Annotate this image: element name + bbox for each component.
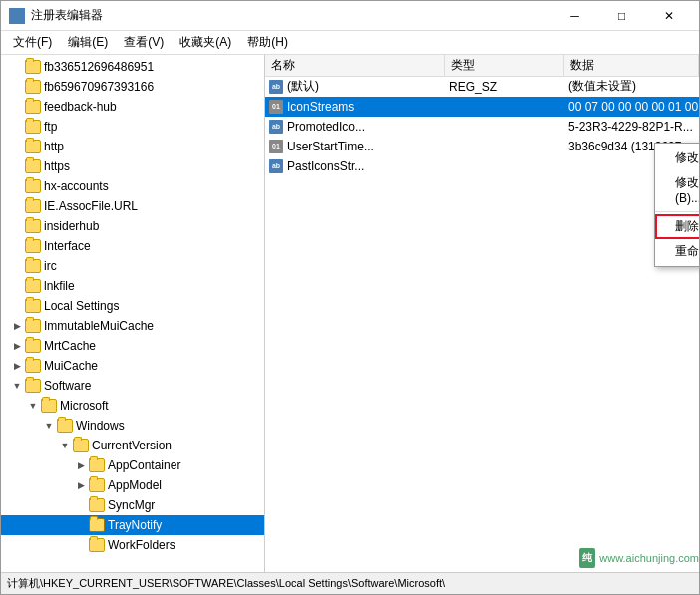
list-row-iconstreams[interactable]: 01 IconStreams 00 07 00 00 00 00 01 00 [265, 97, 699, 117]
reg-binary-icon: 01 [269, 100, 283, 114]
expander-fb659 [9, 79, 25, 95]
status-bar: 计算机\HKEY_CURRENT_USER\SOFTWARE\Classes\L… [1, 572, 699, 594]
tree-item-irc[interactable]: irc [1, 256, 264, 276]
folder-icon-insiderhub [25, 219, 41, 233]
tree-item-immutable[interactable]: ▶ ImmutableMuiCache [1, 316, 264, 336]
reg-ab-icon: ab [269, 80, 283, 94]
folder-icon-microsoft [41, 399, 57, 413]
tree-item-software[interactable]: ▼ Software [1, 376, 264, 396]
folder-icon-immutable [25, 319, 41, 333]
expander-fb336 [9, 59, 25, 75]
ctx-item-modify[interactable]: 修改(M)... [655, 146, 699, 170]
header-name[interactable]: 名称 [265, 55, 445, 76]
watermark: 纯 www.aichunjing.com [579, 544, 699, 572]
folder-icon-mrt [25, 339, 41, 353]
close-button[interactable]: ✕ [646, 2, 691, 30]
menu-help[interactable]: 帮助(H) [239, 32, 296, 53]
svg-rect-0 [11, 10, 16, 15]
tree-item-appcontainer[interactable]: ▶ AppContainer [1, 455, 264, 475]
minimize-button[interactable]: ─ [552, 2, 597, 30]
cell-type-promotedicons [445, 117, 564, 136]
folder-icon-ieassoc [25, 199, 41, 213]
expander-windows[interactable]: ▼ [41, 418, 57, 434]
list-body[interactable]: ab (默认) REG_SZ (数值未设置) 01 IconStreams 00… [265, 77, 699, 572]
svg-rect-1 [18, 10, 23, 15]
tree-item-ftp[interactable]: ftp [1, 117, 264, 137]
tree-item-currentversion[interactable]: ▼ CurrentVersion [1, 436, 264, 455]
expander-appmodel[interactable]: ▶ [73, 477, 89, 493]
tree-item-syncmgr[interactable]: SyncMgr [1, 495, 264, 515]
ctx-separator [655, 211, 699, 212]
expander-microsoft[interactable]: ▼ [25, 398, 41, 414]
expander-immutable[interactable]: ▶ [9, 318, 25, 334]
svg-rect-2 [11, 17, 16, 22]
list-row-promotedicons[interactable]: ab PromotedIco... 5-23R3-4229-82P1-R... [265, 117, 699, 137]
tree-item-http[interactable]: http [1, 137, 264, 156]
menu-bar: 文件(F) 编辑(E) 查看(V) 收藏夹(A) 帮助(H) [1, 31, 699, 55]
reg-ab-icon2: ab [269, 120, 283, 134]
cell-type-pasticonstream [445, 156, 564, 175]
header-data[interactable]: 数据 [564, 55, 699, 76]
tree-item-appmodel[interactable]: ▶ AppModel [1, 475, 264, 495]
watermark-logo: 纯 [579, 548, 595, 568]
status-text: 计算机\HKEY_CURRENT_USER\SOFTWARE\Classes\L… [7, 576, 445, 591]
tree-item-lnkfile[interactable]: lnkfile [1, 276, 264, 296]
menu-edit[interactable]: 编辑(E) [60, 32, 116, 53]
ctx-item-delete[interactable]: 删除(D) [655, 214, 699, 239]
menu-view[interactable]: 查看(V) [116, 32, 172, 53]
tree-item-traynotify[interactable]: TrayNotify [1, 515, 264, 535]
tree-item-windows[interactable]: ▼ Windows [1, 416, 264, 436]
title-bar: 注册表编辑器 ─ □ ✕ [1, 1, 699, 31]
menu-file[interactable]: 文件(F) [5, 32, 60, 53]
tree-item-https[interactable]: https [1, 156, 264, 176]
tree-label-interface: Interface [44, 239, 91, 253]
folder-icon-interface [25, 239, 41, 253]
cell-type-default: REG_SZ [445, 77, 564, 96]
tree-item-localsettings[interactable]: Local Settings [1, 296, 264, 316]
tree-item-microsoft[interactable]: ▼ Microsoft [1, 396, 264, 416]
tree-item-muicache[interactable]: ▶ MuiCache [1, 356, 264, 376]
cell-name-iconstreams: 01 IconStreams [265, 97, 445, 116]
folder-icon-software [25, 379, 41, 393]
reg-binary-icon2: 01 [269, 140, 283, 153]
cell-name-pasticonstream: ab PastIconsStr... [265, 156, 445, 175]
tree-label-mrt: MrtCache [44, 339, 96, 353]
list-row-default[interactable]: ab (默认) REG_SZ (数值未设置) [265, 77, 699, 97]
tree-pane[interactable]: fb336512696486951 fb659670967393166 feed… [1, 55, 265, 572]
tree-label-appcontainer: AppContainer [108, 458, 180, 472]
expander-currentversion[interactable]: ▼ [57, 438, 73, 453]
tree-item-workfolders[interactable]: WorkFolders [1, 535, 264, 555]
expander-software[interactable]: ▼ [9, 378, 25, 394]
folder-icon-fb659 [25, 80, 41, 94]
context-menu: 修改(M)... 修改二进制数据(B)... 删除(D) 重命名(R) [654, 143, 699, 267]
tree-label-muicache: MuiCache [44, 359, 98, 373]
tree-label-irc: irc [44, 259, 57, 273]
expander-muicache[interactable]: ▶ [9, 358, 25, 374]
maximize-button[interactable]: □ [599, 2, 644, 30]
folder-icon-windows [57, 419, 73, 433]
list-row-pasticonstream[interactable]: ab PastIconsStr... [265, 156, 699, 176]
expander-appcontainer[interactable]: ▶ [73, 457, 89, 473]
tree-item-insiderhub[interactable]: insiderhub [1, 216, 264, 236]
tree-label-ftp: ftp [44, 120, 57, 134]
cell-data-promotedicons: 5-23R3-4229-82P1-R... [564, 117, 699, 136]
header-type[interactable]: 类型 [445, 55, 564, 76]
menu-favorites[interactable]: 收藏夹(A) [172, 32, 239, 53]
tree-item-mrt[interactable]: ▶ MrtCache [1, 336, 264, 356]
tree-item-fb659[interactable]: fb659670967393166 [1, 77, 264, 97]
folder-icon-syncmgr [89, 498, 105, 512]
ctx-item-rename[interactable]: 重命名(R) [655, 239, 699, 264]
tree-item-ieassoc[interactable]: IE.AssocFile.URL [1, 196, 264, 216]
folder-icon-localsettings [25, 299, 41, 313]
folder-icon-hxaccounts [25, 179, 41, 193]
list-row-userstarttime[interactable]: 01 UserStartTime... 3b36c9d34 (1313697 [265, 137, 699, 156]
tree-item-feedback[interactable]: feedback-hub [1, 97, 264, 117]
expander-mrt[interactable]: ▶ [9, 338, 25, 354]
tree-label-ieassoc: IE.AssocFile.URL [44, 199, 138, 213]
tree-item-interface[interactable]: Interface [1, 236, 264, 256]
folder-icon-https [25, 159, 41, 173]
ctx-item-modify-binary[interactable]: 修改二进制数据(B)... [655, 170, 699, 209]
tree-item-hxaccounts[interactable]: hx-accounts [1, 176, 264, 196]
cell-data-iconstreams: 00 07 00 00 00 00 01 00 [564, 97, 699, 116]
tree-item-fb336[interactable]: fb336512696486951 [1, 57, 264, 77]
